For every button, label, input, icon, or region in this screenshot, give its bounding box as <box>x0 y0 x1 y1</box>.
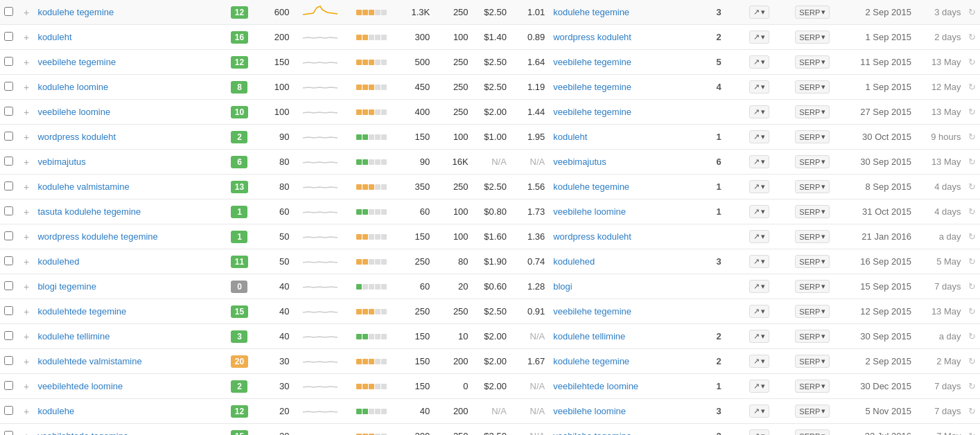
serp-button[interactable]: SERP ▾ <box>795 280 830 293</box>
serp-button[interactable]: SERP ▾ <box>795 230 830 243</box>
add-icon[interactable]: + <box>24 431 29 436</box>
row-checkbox[interactable] <box>4 206 13 215</box>
serp-button[interactable]: SERP ▾ <box>795 255 830 268</box>
graph-button[interactable]: ↗ ▾ <box>749 429 769 435</box>
add-icon[interactable]: + <box>24 231 29 242</box>
keyword-link[interactable]: veebilehe loomine <box>37 107 110 117</box>
landing-link[interactable]: veebilehe tegemine <box>553 57 631 67</box>
serp-button[interactable]: SERP ▾ <box>795 155 830 168</box>
reload-icon[interactable]: ↻ <box>968 381 976 391</box>
reload-icon[interactable]: ↻ <box>968 7 976 17</box>
keyword-link[interactable]: koduleht <box>37 32 71 42</box>
add-icon[interactable]: + <box>24 107 29 118</box>
row-checkbox[interactable] <box>4 132 13 141</box>
serp-button[interactable]: SERP ▾ <box>795 55 830 69</box>
keyword-link[interactable]: kodulehed <box>37 256 79 267</box>
landing-link[interactable]: veebilehe loomine <box>553 206 626 217</box>
keyword-link[interactable]: kodulehtede tegemine <box>37 306 126 317</box>
keyword-link[interactable]: kodulehe <box>37 406 74 416</box>
reload-icon[interactable]: ↻ <box>968 331 976 341</box>
row-checkbox[interactable] <box>4 331 13 340</box>
keyword-link[interactable]: wordpress kodulehe tegemine <box>37 231 157 242</box>
reload-icon[interactable]: ↻ <box>968 281 976 292</box>
add-icon[interactable]: + <box>24 32 29 43</box>
row-checkbox[interactable] <box>4 231 13 240</box>
reload-icon[interactable]: ↻ <box>968 306 976 317</box>
row-checkbox[interactable] <box>4 306 13 315</box>
reload-icon[interactable]: ↻ <box>968 157 976 167</box>
serp-button[interactable]: SERP ▾ <box>795 80 830 94</box>
keyword-link[interactable]: vebimajutus <box>37 157 85 167</box>
add-icon[interactable]: + <box>24 157 29 168</box>
serp-button[interactable]: SERP ▾ <box>795 405 830 418</box>
add-icon[interactable]: + <box>24 331 29 342</box>
serp-button[interactable]: SERP ▾ <box>795 380 830 393</box>
graph-button[interactable]: ↗ ▾ <box>749 230 769 243</box>
add-icon[interactable]: + <box>24 206 29 218</box>
add-icon[interactable]: + <box>24 356 29 367</box>
landing-link[interactable]: blogi <box>553 281 572 292</box>
row-checkbox[interactable] <box>4 356 13 365</box>
row-checkbox[interactable] <box>4 7 13 16</box>
graph-button[interactable]: ↗ ▾ <box>749 30 769 44</box>
keyword-link[interactable]: veebilehtede tegemine <box>37 431 128 435</box>
graph-button[interactable]: ↗ ▾ <box>749 405 769 418</box>
add-icon[interactable]: + <box>24 57 29 68</box>
reload-icon[interactable]: ↻ <box>968 107 976 117</box>
row-checkbox[interactable] <box>4 281 13 290</box>
keyword-link[interactable]: veebilehtede loomine <box>37 381 123 391</box>
landing-link[interactable]: wordpress koduleht <box>553 231 631 242</box>
reload-icon[interactable]: ↻ <box>968 32 976 42</box>
row-checkbox[interactable] <box>4 32 13 41</box>
reload-icon[interactable]: ↻ <box>968 356 976 366</box>
reload-icon[interactable]: ↻ <box>968 406 976 416</box>
serp-button[interactable]: SERP ▾ <box>795 6 830 19</box>
serp-button[interactable]: SERP ▾ <box>795 30 830 44</box>
reload-icon[interactable]: ↻ <box>968 181 976 192</box>
serp-button[interactable]: SERP ▾ <box>795 355 830 368</box>
landing-link[interactable]: veebimajutus <box>553 157 606 167</box>
landing-link[interactable]: kodulehe tegemine <box>553 181 629 192</box>
landing-link[interactable]: kodulehed <box>553 256 595 267</box>
add-icon[interactable]: + <box>24 132 29 143</box>
serp-button[interactable]: SERP ▾ <box>795 305 830 318</box>
landing-link[interactable]: wordpress koduleht <box>553 32 631 42</box>
row-checkbox[interactable] <box>4 157 13 166</box>
reload-icon[interactable]: ↻ <box>968 206 976 217</box>
landing-link[interactable]: kodulehe tegemine <box>553 7 629 17</box>
graph-button[interactable]: ↗ ▾ <box>749 180 769 193</box>
landing-link[interactable]: veebilehe tegemine <box>553 82 631 92</box>
serp-button[interactable]: SERP ▾ <box>795 205 830 218</box>
add-icon[interactable]: + <box>24 281 29 292</box>
reload-icon[interactable]: ↻ <box>968 431 976 435</box>
graph-button[interactable]: ↗ ▾ <box>749 80 769 94</box>
row-checkbox[interactable] <box>4 256 13 265</box>
add-icon[interactable]: + <box>24 7 29 18</box>
add-icon[interactable]: + <box>24 181 29 193</box>
graph-button[interactable]: ↗ ▾ <box>749 105 769 118</box>
serp-button[interactable]: SERP ▾ <box>795 429 830 435</box>
graph-button[interactable]: ↗ ▾ <box>749 6 769 19</box>
reload-icon[interactable]: ↻ <box>968 132 976 142</box>
add-icon[interactable]: + <box>24 306 29 317</box>
graph-button[interactable]: ↗ ▾ <box>749 355 769 368</box>
reload-icon[interactable]: ↻ <box>968 57 976 67</box>
add-icon[interactable]: + <box>24 406 29 417</box>
keyword-link[interactable]: blogi tegemine <box>37 281 96 292</box>
landing-link[interactable]: veebilehe tegemine <box>553 306 631 317</box>
graph-button[interactable]: ↗ ▾ <box>749 330 769 343</box>
graph-button[interactable]: ↗ ▾ <box>749 55 769 69</box>
add-icon[interactable]: + <box>24 381 29 392</box>
graph-button[interactable]: ↗ ▾ <box>749 205 769 218</box>
add-icon[interactable]: + <box>24 256 29 267</box>
keyword-link[interactable]: kodulehe tellimine <box>37 331 110 341</box>
row-checkbox[interactable] <box>4 82 13 91</box>
row-checkbox[interactable] <box>4 431 13 436</box>
keyword-link[interactable]: kodulehe loomine <box>37 82 108 92</box>
row-checkbox[interactable] <box>4 57 13 66</box>
reload-icon[interactable]: ↻ <box>968 231 976 242</box>
landing-link[interactable]: veebilehe tegemine <box>553 431 631 435</box>
keyword-link[interactable]: kodulehtede valmistamine <box>37 356 141 366</box>
landing-link[interactable]: veebilehe loomine <box>553 406 626 416</box>
landing-link[interactable]: kodulehe tegemine <box>553 356 629 366</box>
